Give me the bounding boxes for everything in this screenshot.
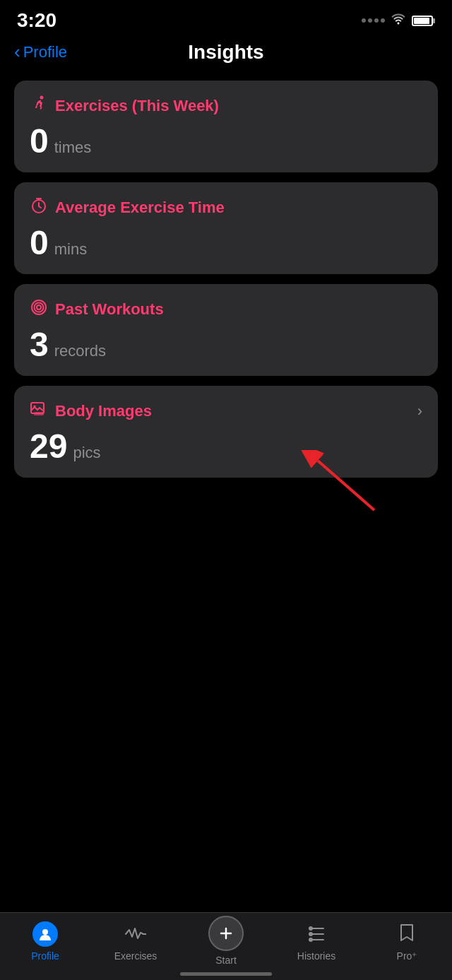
tab-exercises[interactable]: Exercises [107, 921, 164, 962]
signal-icon [362, 18, 385, 23]
svg-point-15 [309, 927, 312, 930]
avg-card-title: Average Exercise Time [55, 199, 225, 217]
exercises-value-row: 0 times [30, 124, 422, 158]
avg-exercise-time-card[interactable]: Average Exercise Time 0 mins [14, 182, 438, 274]
avg-value: 0 [30, 226, 49, 260]
past-workouts-title: Past Workouts [55, 300, 164, 319]
svg-line-9 [318, 461, 374, 510]
svg-point-0 [40, 96, 44, 100]
tab-bar: Profile Exercises Start [0, 912, 452, 980]
timer-icon [30, 196, 48, 219]
status-bar: 3:20 [0, 0, 452, 35]
svg-point-4 [37, 305, 41, 309]
svg-rect-7 [34, 412, 44, 415]
svg-point-6 [34, 406, 36, 408]
svg-point-3 [35, 303, 44, 312]
running-icon [30, 95, 48, 117]
svg-point-10 [42, 929, 48, 935]
histories-tab-icon [307, 921, 326, 947]
tab-histories-label: Histories [297, 950, 335, 962]
exercises-card-title: Exercises (This Week) [55, 97, 219, 115]
body-images-title: Body Images [55, 402, 152, 420]
body-images-header: Body Images › [30, 400, 422, 423]
back-button[interactable]: ‹ Profile [14, 42, 67, 63]
tab-start[interactable]: Start [198, 921, 254, 966]
tab-start-label: Start [215, 955, 237, 966]
svg-point-17 [309, 933, 312, 935]
status-icons [362, 13, 435, 28]
tab-pro[interactable]: Pro⁺ [379, 921, 435, 962]
past-workouts-value: 3 [30, 328, 49, 362]
tab-histories[interactable]: Histories [288, 921, 345, 962]
tab-pro-label: Pro⁺ [397, 950, 417, 962]
exercises-value: 0 [30, 124, 49, 158]
exercises-tab-icon [125, 921, 146, 947]
avg-unit: mins [54, 240, 87, 259]
status-time: 3:20 [17, 9, 56, 32]
avg-card-header: Average Exercise Time [30, 196, 422, 219]
body-images-value: 29 [30, 430, 67, 464]
exercises-unit: times [54, 138, 92, 157]
avg-value-row: 0 mins [30, 226, 422, 260]
home-indicator [180, 972, 272, 976]
battery-icon [412, 16, 435, 26]
content-area: Exercises (This Week) 0 times Average Ex… [0, 72, 452, 486]
body-images-unit: pics [73, 444, 100, 462]
back-chevron-icon: ‹ [14, 41, 20, 63]
body-images-card[interactable]: Body Images › 29 pics [14, 386, 438, 478]
start-button-icon [208, 916, 244, 951]
past-workouts-header: Past Workouts [30, 298, 422, 321]
exercises-card-header: Exercises (This Week) [30, 95, 422, 117]
tab-profile-label: Profile [31, 950, 59, 962]
body-images-value-row: 29 pics [30, 430, 422, 464]
page-title: Insights [188, 41, 263, 64]
pro-tab-icon [398, 921, 415, 947]
image-icon [30, 400, 48, 423]
svg-point-19 [309, 938, 312, 941]
past-workouts-card[interactable]: Past Workouts 3 records [14, 284, 438, 376]
body-images-chevron-icon: › [417, 402, 422, 420]
profile-avatar-icon [32, 921, 58, 947]
exercises-card[interactable]: Exercises (This Week) 0 times [14, 81, 438, 172]
tab-profile[interactable]: Profile [17, 921, 73, 962]
tab-exercises-label: Exercises [114, 950, 157, 962]
wifi-icon [391, 13, 406, 28]
nav-bar: ‹ Profile Insights [0, 35, 452, 72]
past-workouts-unit: records [54, 342, 106, 360]
past-workouts-value-row: 3 records [30, 328, 422, 362]
target-icon [30, 298, 48, 321]
back-label: Profile [23, 43, 67, 61]
